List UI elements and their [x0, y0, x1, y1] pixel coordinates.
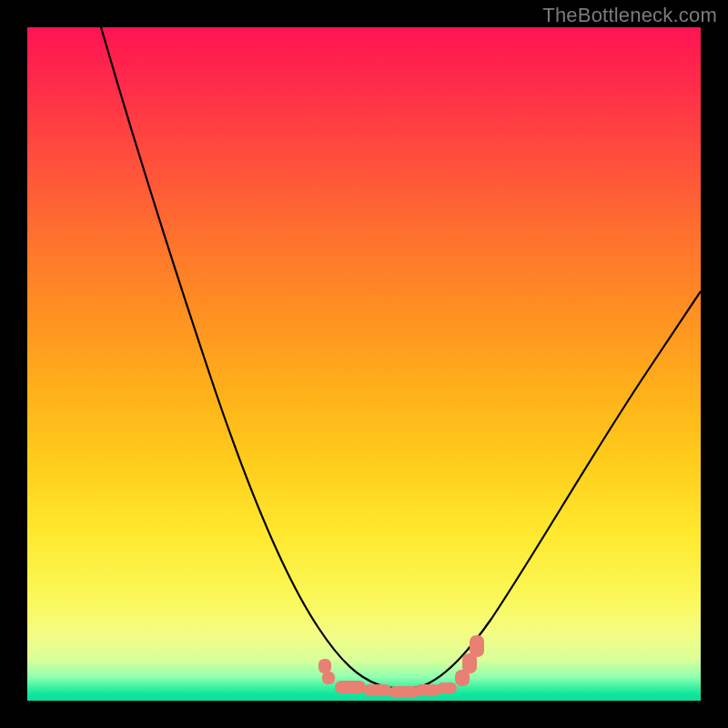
salmon-mark — [322, 672, 335, 684]
salmon-mark — [389, 686, 419, 698]
plot-area — [27, 27, 701, 701]
outer-frame: TheBottleneck.com — [0, 0, 728, 728]
salmon-mark — [437, 682, 457, 693]
salmon-mark — [318, 659, 331, 673]
watermark-text: TheBottleneck.com — [542, 4, 717, 27]
salmon-mark — [470, 635, 484, 657]
salmon-marks-layer — [27, 27, 701, 701]
salmon-mark — [335, 681, 366, 693]
salmon-mark — [364, 684, 391, 696]
salmon-mark — [415, 684, 440, 696]
